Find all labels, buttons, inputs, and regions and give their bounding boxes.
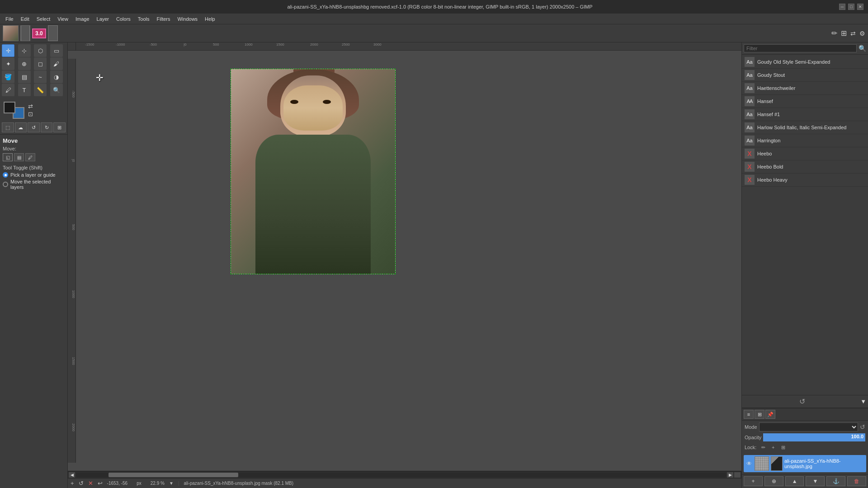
layer-anchor-btn[interactable]: ⚓ (826, 476, 845, 486)
horizontal-scrollbar[interactable]: ◀ ▶ (68, 471, 741, 478)
tool-paint[interactable]: 🖌 (50, 57, 63, 70)
radio-move-label: Move the selected layers (10, 179, 65, 190)
menu-tools[interactable]: Tools (134, 15, 153, 23)
tool-extra-btn3[interactable]: ↺ (28, 122, 40, 132)
tool-colors: ⇄ ⊡ (0, 98, 67, 122)
tool-path[interactable]: 🖊 (2, 84, 14, 96)
menu-image[interactable]: Image (72, 15, 93, 23)
font-scroll-down-icon[interactable]: ▼ (860, 398, 866, 405)
tool-rect-select[interactable]: ▭ (50, 44, 63, 57)
lock-all-btn[interactable]: ⊞ (779, 443, 787, 451)
tool-dodge[interactable]: ◑ (50, 70, 63, 83)
menu-windows[interactable]: Windows (174, 15, 201, 23)
minimize-button[interactable]: ─ (839, 4, 845, 10)
font-list-item[interactable]: AA Hansef (742, 95, 868, 108)
font-refresh-icon[interactable]: ↺ (799, 398, 805, 405)
tools-icon-swap[interactable]: ⇄ (850, 30, 856, 37)
tool-gradient[interactable]: ▤ (18, 70, 31, 83)
status-icon-cancel[interactable]: ✕ (88, 480, 93, 487)
layer-move-down-btn[interactable]: ▼ (806, 476, 825, 486)
layer-tab-list[interactable]: ≡ (744, 410, 754, 419)
layer-move-up-btn[interactable]: ▲ (785, 476, 804, 486)
tools-icon-grid[interactable]: ⊞ (841, 29, 847, 38)
tool-move[interactable]: ✛ (2, 44, 14, 57)
layer-new-btn[interactable]: + (744, 476, 763, 486)
tool-free-select[interactable]: ⬡ (34, 44, 47, 57)
menu-layer[interactable]: Layer (93, 15, 113, 23)
tools-icon-config[interactable]: ⚙ (859, 30, 865, 37)
font-list-item[interactable]: Aa Goudy Stout (742, 69, 868, 82)
close-button[interactable]: ✕ (857, 4, 863, 10)
tool-text[interactable]: T (18, 84, 31, 96)
font-list-item[interactable]: Aa Harlow Solid Italic, Italic Semi-Expa… (742, 121, 868, 134)
tool-eraser[interactable]: ◻ (34, 57, 47, 70)
move-selection-btn[interactable]: ▤ (14, 153, 24, 161)
h-scroll-thumb[interactable] (108, 473, 239, 477)
font-list-item[interactable]: Aa Hansef #1 (742, 108, 868, 121)
canvas-viewport[interactable]: ✛ (77, 51, 741, 471)
font-list-item[interactable]: Aa Haettenschweiler (742, 82, 868, 95)
font-list-item[interactable]: X Heebo (742, 147, 868, 160)
tool-measure[interactable]: 📏 (34, 84, 47, 96)
font-list-item[interactable]: X Heebo Bold (742, 160, 868, 174)
maximize-button[interactable]: □ (848, 4, 854, 10)
window-controls[interactable]: ─ □ ✕ (839, 4, 863, 10)
font-list-item[interactable]: X Heebo Heavy (742, 174, 868, 187)
tool-extra-btn2[interactable]: ☁ (15, 122, 27, 132)
move-layer-btn[interactable]: ◱ (3, 153, 13, 161)
font-search-icon[interactable]: 🔍 (859, 45, 866, 52)
menu-view[interactable]: View (54, 15, 72, 23)
move-path-btn[interactable]: 🖊 (25, 153, 35, 161)
menu-select[interactable]: Select (33, 15, 54, 23)
foreground-color-swatch[interactable] (4, 102, 15, 113)
tool-clone[interactable]: ⊕ (18, 57, 31, 70)
radio-move-selected[interactable]: Move the selected layers (3, 179, 65, 190)
toolbar-thumbnail[interactable] (3, 25, 19, 41)
tool-extra-btn4[interactable]: ↻ (41, 122, 53, 132)
scroll-right-btn[interactable]: ▶ (727, 472, 733, 478)
h-scroll-track[interactable] (76, 473, 726, 477)
tool-extra-btn1[interactable]: ⬚ (2, 122, 14, 132)
menu-edit[interactable]: Edit (17, 15, 33, 23)
tool-align[interactable]: ⊹ (18, 44, 31, 57)
canvas-scroll[interactable]: -500 |0 500 1000 1500 2000 (68, 51, 741, 471)
status-bar: + ↺ ✕ ↩ -1653, -56 px 22.9 % ▼ | ali-paz… (68, 478, 741, 488)
layer-mode-reset-btn[interactable]: ↺ (860, 423, 865, 431)
tool-zoom[interactable]: 🔍 (50, 84, 63, 96)
font-list-item[interactable]: Aa Harrington (742, 134, 868, 147)
swap-colors-icon[interactable]: ⇄ (28, 103, 33, 110)
tool-heal[interactable]: ✦ (2, 57, 14, 70)
status-icon-reset[interactable]: ↩ (98, 480, 103, 487)
status-zoom-dropdown[interactable]: ▼ (169, 481, 174, 486)
menu-help[interactable]: Help (201, 15, 219, 23)
toolbar-tag[interactable]: 3.0 (32, 28, 46, 38)
scroll-left-btn[interactable]: ◀ (69, 472, 75, 478)
layer-tab-grid[interactable]: ⊞ (755, 410, 764, 419)
scroll-corner[interactable] (734, 472, 741, 478)
lock-pixel-btn[interactable]: ✏ (759, 443, 767, 451)
layer-tab-pin[interactable]: 📌 (765, 410, 775, 419)
lock-position-btn[interactable]: + (769, 443, 777, 451)
layer-item[interactable]: 👁 ali-pazani-SS_xYa-hNB8-unsplash.jpg (744, 455, 866, 472)
face (283, 85, 343, 131)
status-icon-new[interactable]: + (71, 480, 74, 487)
font-filter-input[interactable] (744, 44, 857, 52)
menu-file[interactable]: File (2, 15, 17, 23)
radio-pick-layer[interactable]: Pick a layer or guide (3, 172, 65, 178)
tool-extra-btn5[interactable]: ⊞ (53, 122, 66, 132)
tool-smudge[interactable]: ~ (34, 70, 47, 83)
font-list-item[interactable]: Aa Goudy Old Style Semi-Expanded (742, 56, 868, 69)
layer-copy-btn[interactable]: ⊕ (764, 476, 783, 486)
menu-colors[interactable]: Colors (113, 15, 134, 23)
layer-mode-select[interactable] (759, 422, 858, 432)
tool-fill[interactable]: 🪣 (2, 70, 14, 83)
layer-visibility-toggle[interactable]: 👁 (745, 460, 753, 467)
toolbar-thumbnail2[interactable] (20, 25, 30, 41)
layer-delete-btn[interactable]: 🗑 (847, 476, 866, 486)
menu-filters[interactable]: Filters (153, 15, 174, 23)
reset-colors-icon[interactable]: ⊡ (28, 111, 33, 117)
tools-icon-pencil[interactable]: ✏ (831, 29, 837, 38)
opacity-slider[interactable]: 100.0 (763, 433, 865, 441)
layer-opacity-row: Opacity 100.0 (742, 433, 868, 443)
status-icon-refresh[interactable]: ↺ (79, 480, 84, 487)
